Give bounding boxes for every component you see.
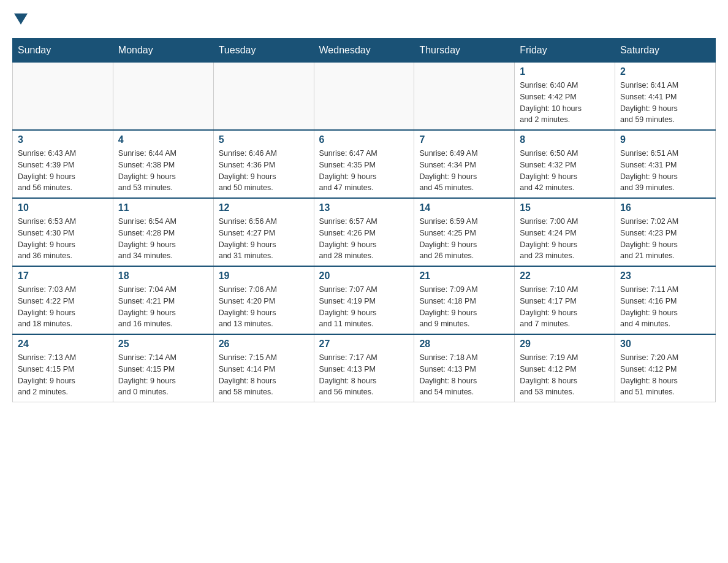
day-info: Sunrise: 6:46 AMSunset: 4:36 PMDaylight:… [219,148,309,194]
day-number: 2 [620,66,710,77]
calendar-day-cell: 19Sunrise: 7:06 AMSunset: 4:20 PMDayligh… [213,266,314,334]
logo-arrow-icon [14,13,28,26]
day-number: 17 [18,270,108,282]
day-info: Sunrise: 6:53 AMSunset: 4:30 PMDaylight:… [18,216,108,262]
calendar-day-cell: 6Sunrise: 6:47 AMSunset: 4:35 PMDaylight… [314,130,414,198]
weekday-header-wednesday: Wednesday [314,39,414,63]
day-info: Sunrise: 7:09 AMSunset: 4:18 PMDaylight:… [419,284,509,330]
day-number: 26 [219,339,309,350]
calendar-day-cell: 10Sunrise: 6:53 AMSunset: 4:30 PMDayligh… [13,198,113,266]
weekday-header-saturday: Saturday [615,39,716,63]
calendar-day-cell [13,63,113,131]
day-number: 6 [319,134,409,145]
day-number: 4 [118,134,208,145]
day-info: Sunrise: 7:15 AMSunset: 4:14 PMDaylight:… [219,352,309,398]
page-header [12,12,716,26]
weekday-header-row: SundayMondayTuesdayWednesdayThursdayFrid… [13,39,716,63]
day-info: Sunrise: 7:14 AMSunset: 4:15 PMDaylight:… [118,352,208,398]
calendar-day-cell: 18Sunrise: 7:04 AMSunset: 4:21 PMDayligh… [113,266,213,334]
calendar-day-cell: 2Sunrise: 6:41 AMSunset: 4:41 PMDaylight… [615,63,716,131]
day-number: 7 [419,134,509,145]
calendar-week-row: 24Sunrise: 7:13 AMSunset: 4:15 PMDayligh… [13,334,716,402]
calendar-day-cell: 13Sunrise: 6:57 AMSunset: 4:26 PMDayligh… [314,198,414,266]
day-number: 30 [620,339,710,350]
calendar-day-cell: 22Sunrise: 7:10 AMSunset: 4:17 PMDayligh… [515,266,615,334]
day-info: Sunrise: 6:41 AMSunset: 4:41 PMDaylight:… [620,80,710,126]
day-info: Sunrise: 7:02 AMSunset: 4:23 PMDaylight:… [620,216,710,262]
day-number: 18 [118,270,208,282]
calendar-week-row: 1Sunrise: 6:40 AMSunset: 4:42 PMDaylight… [13,63,716,131]
day-number: 24 [18,339,108,350]
day-info: Sunrise: 6:49 AMSunset: 4:34 PMDaylight:… [419,148,509,194]
calendar-day-cell: 20Sunrise: 7:07 AMSunset: 4:19 PMDayligh… [314,266,414,334]
calendar-day-cell [113,63,213,131]
calendar-day-cell: 29Sunrise: 7:19 AMSunset: 4:12 PMDayligh… [515,334,615,402]
day-info: Sunrise: 6:59 AMSunset: 4:25 PMDaylight:… [419,216,509,262]
calendar-day-cell: 8Sunrise: 6:50 AMSunset: 4:32 PMDaylight… [515,130,615,198]
day-number: 22 [520,270,610,282]
day-number: 16 [620,202,710,213]
calendar-week-row: 17Sunrise: 7:03 AMSunset: 4:22 PMDayligh… [13,266,716,334]
calendar-day-cell: 4Sunrise: 6:44 AMSunset: 4:38 PMDaylight… [113,130,213,198]
day-info: Sunrise: 7:18 AMSunset: 4:13 PMDaylight:… [419,352,509,398]
calendar-table: SundayMondayTuesdayWednesdayThursdayFrid… [12,38,716,402]
calendar-day-cell: 26Sunrise: 7:15 AMSunset: 4:14 PMDayligh… [213,334,314,402]
calendar-day-cell: 12Sunrise: 6:56 AMSunset: 4:27 PMDayligh… [213,198,314,266]
day-info: Sunrise: 6:47 AMSunset: 4:35 PMDaylight:… [319,148,409,194]
day-number: 27 [319,339,409,350]
calendar-day-cell: 5Sunrise: 6:46 AMSunset: 4:36 PMDaylight… [213,130,314,198]
weekday-header-thursday: Thursday [414,39,515,63]
calendar-day-cell: 14Sunrise: 6:59 AMSunset: 4:25 PMDayligh… [414,198,515,266]
weekday-header-sunday: Sunday [13,39,113,63]
day-info: Sunrise: 7:04 AMSunset: 4:21 PMDaylight:… [118,284,208,330]
day-info: Sunrise: 7:03 AMSunset: 4:22 PMDaylight:… [18,284,108,330]
calendar-day-cell: 16Sunrise: 7:02 AMSunset: 4:23 PMDayligh… [615,198,716,266]
day-number: 20 [319,270,409,282]
calendar-day-cell: 17Sunrise: 7:03 AMSunset: 4:22 PMDayligh… [13,266,113,334]
day-number: 13 [319,202,409,213]
calendar-day-cell: 3Sunrise: 6:43 AMSunset: 4:39 PMDaylight… [13,130,113,198]
day-number: 3 [18,134,108,145]
calendar-day-cell: 30Sunrise: 7:20 AMSunset: 4:12 PMDayligh… [615,334,716,402]
day-info: Sunrise: 6:51 AMSunset: 4:31 PMDaylight:… [620,148,710,194]
calendar-day-cell [414,63,515,131]
calendar-day-cell [314,63,414,131]
calendar-week-row: 10Sunrise: 6:53 AMSunset: 4:30 PMDayligh… [13,198,716,266]
calendar-day-cell: 23Sunrise: 7:11 AMSunset: 4:16 PMDayligh… [615,266,716,334]
day-info: Sunrise: 6:50 AMSunset: 4:32 PMDaylight:… [520,148,610,194]
calendar-day-cell: 21Sunrise: 7:09 AMSunset: 4:18 PMDayligh… [414,266,515,334]
day-number: 25 [118,339,208,350]
day-number: 23 [620,270,710,282]
day-number: 14 [419,202,509,213]
day-info: Sunrise: 6:54 AMSunset: 4:28 PMDaylight:… [118,216,208,262]
calendar-day-cell: 11Sunrise: 6:54 AMSunset: 4:28 PMDayligh… [113,198,213,266]
calendar-day-cell: 15Sunrise: 7:00 AMSunset: 4:24 PMDayligh… [515,198,615,266]
weekday-header-friday: Friday [515,39,615,63]
day-number: 19 [219,270,309,282]
svg-marker-0 [14,13,28,25]
day-info: Sunrise: 7:11 AMSunset: 4:16 PMDaylight:… [620,284,710,330]
day-number: 21 [419,270,509,282]
calendar-day-cell [213,63,314,131]
day-info: Sunrise: 6:57 AMSunset: 4:26 PMDaylight:… [319,216,409,262]
day-number: 10 [18,202,108,213]
day-info: Sunrise: 7:19 AMSunset: 4:12 PMDaylight:… [520,352,610,398]
day-info: Sunrise: 6:40 AMSunset: 4:42 PMDaylight:… [520,80,610,126]
day-number: 11 [118,202,208,213]
weekday-header-monday: Monday [113,39,213,63]
day-info: Sunrise: 6:56 AMSunset: 4:27 PMDaylight:… [219,216,309,262]
day-number: 28 [419,339,509,350]
day-info: Sunrise: 7:13 AMSunset: 4:15 PMDaylight:… [18,352,108,398]
calendar-day-cell: 28Sunrise: 7:18 AMSunset: 4:13 PMDayligh… [414,334,515,402]
day-info: Sunrise: 7:10 AMSunset: 4:17 PMDaylight:… [520,284,610,330]
day-info: Sunrise: 7:20 AMSunset: 4:12 PMDaylight:… [620,352,710,398]
calendar-day-cell: 25Sunrise: 7:14 AMSunset: 4:15 PMDayligh… [113,334,213,402]
day-number: 29 [520,339,610,350]
calendar-day-cell: 24Sunrise: 7:13 AMSunset: 4:15 PMDayligh… [13,334,113,402]
calendar-day-cell: 1Sunrise: 6:40 AMSunset: 4:42 PMDaylight… [515,63,615,131]
day-number: 1 [520,66,610,77]
day-info: Sunrise: 7:00 AMSunset: 4:24 PMDaylight:… [520,216,610,262]
day-info: Sunrise: 6:44 AMSunset: 4:38 PMDaylight:… [118,148,208,194]
day-number: 5 [219,134,309,145]
weekday-header-tuesday: Tuesday [213,39,314,63]
